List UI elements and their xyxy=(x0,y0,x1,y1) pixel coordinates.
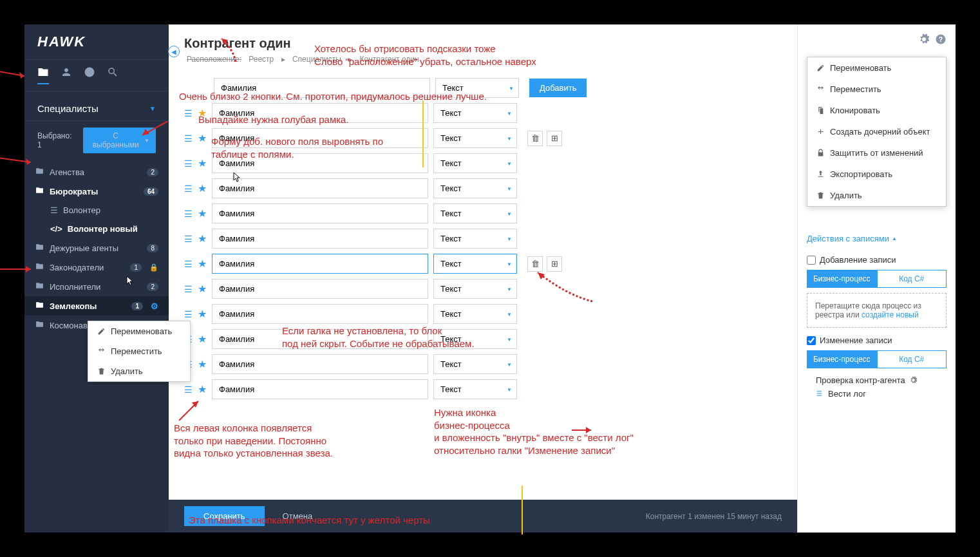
bp-drop-zone[interactable]: Перетащите сюда процесс из реестра или с… xyxy=(807,293,947,328)
field-name-input[interactable] xyxy=(212,203,428,223)
field-name-input[interactable] xyxy=(212,304,428,324)
drag-handle-icon[interactable]: ☰ xyxy=(184,158,193,169)
breadcrumb-item[interactable]: Реестр xyxy=(249,55,274,64)
star-icon[interactable]: ★ xyxy=(198,308,207,320)
tab-business-process-2[interactable]: Бизнес-процесс xyxy=(807,350,877,368)
delete-field-button[interactable]: 🗑 xyxy=(527,131,543,146)
star-icon[interactable]: ★ xyxy=(198,283,207,295)
sidebar-item[interactable]: Дежурные агенты8 xyxy=(24,238,169,258)
drag-handle-icon[interactable]: ☰ xyxy=(184,259,193,269)
settings-menu-item[interactable]: Удалить xyxy=(807,185,946,206)
settings-menu-item[interactable]: Клонировать xyxy=(807,100,946,121)
gear-icon[interactable] xyxy=(918,33,930,47)
field-type-select[interactable]: Текст xyxy=(433,128,517,148)
context-menu-item[interactable]: Переименовать xyxy=(88,321,190,341)
context-menu-item[interactable]: Удалить xyxy=(88,361,190,381)
new-field-type-select[interactable]: Текст xyxy=(435,78,519,98)
field-type-select[interactable]: Текст xyxy=(433,304,517,324)
drag-handle-icon[interactable]: ☰ xyxy=(184,234,193,244)
search-icon[interactable] xyxy=(107,66,118,84)
bp-item-check[interactable]: Проверка контр-агента xyxy=(807,373,947,387)
gear-icon[interactable]: ⚙ xyxy=(151,301,158,311)
record-actions-toggle[interactable]: Действия с записями xyxy=(807,234,947,243)
add-record-checkbox-row[interactable]: Добавление записи xyxy=(807,255,947,265)
field-name-input[interactable] xyxy=(212,329,428,349)
collapse-sidebar-button[interactable]: ◀ xyxy=(168,46,180,57)
field-type-select[interactable]: Текст xyxy=(433,203,517,223)
drag-handle-icon[interactable]: ☰ xyxy=(184,384,193,395)
star-icon[interactable]: ★ xyxy=(198,132,207,144)
settings-menu-item[interactable]: Переместить xyxy=(807,79,946,100)
clock-icon[interactable] xyxy=(84,66,95,84)
drag-handle-icon[interactable]: ☰ xyxy=(184,309,193,319)
tab-business-process[interactable]: Бизнес-процесс xyxy=(807,270,877,288)
sidebar-item[interactable]: Агенства2 xyxy=(24,162,169,182)
field-type-select[interactable]: Текст xyxy=(433,254,517,274)
breadcrumb-item[interactable]: Специалисты xyxy=(292,55,341,64)
field-name-input[interactable] xyxy=(212,354,428,374)
sidebar-item[interactable]: </>Волонтер новый xyxy=(24,220,169,238)
sidebar-item[interactable]: ☰Волонтер xyxy=(24,201,169,220)
cancel-button[interactable]: Отмена xyxy=(272,506,323,526)
folder-icon[interactable] xyxy=(37,66,49,84)
field-name-input[interactable] xyxy=(212,229,428,249)
main: ◀ Контрагент один Расположение: Реестр ▸… xyxy=(169,24,797,533)
context-menu-item[interactable]: Переместить xyxy=(88,341,190,361)
star-icon[interactable]: ★ xyxy=(198,157,207,169)
star-icon[interactable]: ★ xyxy=(198,358,207,370)
sidebar-item[interactable]: Исполнители2 xyxy=(24,277,169,296)
nav-icons xyxy=(24,59,169,91)
drag-handle-icon[interactable]: ☰ xyxy=(184,209,193,219)
delete-field-button[interactable]: 🗑 xyxy=(527,256,543,272)
field-type-select[interactable]: Текст xyxy=(433,153,517,173)
field-name-input[interactable] xyxy=(212,254,428,274)
sidebar-item[interactable]: Бюрократы64 xyxy=(24,182,169,201)
settings-menu-item[interactable]: Защитить от изменений xyxy=(807,142,946,164)
save-button[interactable]: Сохранить xyxy=(184,506,265,526)
settings-menu-item[interactable]: Создать дочерний объект xyxy=(807,121,946,142)
star-icon[interactable]: ★ xyxy=(198,232,207,245)
field-type-select[interactable]: Текст xyxy=(433,279,517,299)
field-type-select[interactable]: Текст xyxy=(433,379,517,399)
field-name-input[interactable] xyxy=(212,153,428,173)
tab-code[interactable]: Код С# xyxy=(877,270,947,288)
sidebar-item[interactable]: Землекопы1⚙ xyxy=(24,296,169,316)
selected-actions-button[interactable]: С выбранными ▼ xyxy=(83,127,156,153)
field-type-select[interactable]: Текст xyxy=(433,229,517,249)
drag-handle-icon[interactable]: ☰ xyxy=(184,108,193,118)
settings-menu-item[interactable]: Экспортировать xyxy=(807,164,946,185)
add-field-button[interactable]: ⊞ xyxy=(547,256,562,272)
user-icon[interactable] xyxy=(61,66,72,84)
help-icon[interactable]: ? xyxy=(935,33,947,47)
field-name-input[interactable] xyxy=(212,103,428,123)
change-record-checkbox[interactable] xyxy=(807,336,816,345)
tab-code-2[interactable]: Код С# xyxy=(877,350,947,368)
add-field-button[interactable]: ⊞ xyxy=(547,131,562,146)
field-name-input[interactable] xyxy=(212,128,428,148)
star-icon[interactable]: ★ xyxy=(198,383,207,395)
sidebar-item[interactable]: Законодатели1🔒 xyxy=(24,258,169,277)
star-icon[interactable]: ★ xyxy=(198,333,207,345)
drag-handle-icon[interactable]: ☰ xyxy=(184,284,193,294)
field-name-input[interactable] xyxy=(212,279,428,299)
field-type-select[interactable]: Текст xyxy=(433,178,517,198)
field-name-input[interactable] xyxy=(212,178,428,198)
settings-menu-item[interactable]: Переименовать xyxy=(807,57,946,79)
create-new-link[interactable]: создайте новый xyxy=(862,310,919,319)
bp-item-log[interactable]: Вести лог xyxy=(807,387,947,401)
star-icon[interactable]: ★ xyxy=(198,182,207,194)
field-type-select[interactable]: Текст xyxy=(433,103,517,123)
section-title[interactable]: Специалисты ▼ xyxy=(24,91,169,120)
new-field-name-input[interactable] xyxy=(214,78,430,98)
star-icon[interactable]: ★ xyxy=(198,258,207,270)
star-icon[interactable]: ★ xyxy=(198,207,207,220)
add-record-checkbox[interactable] xyxy=(807,256,816,265)
drag-handle-icon[interactable]: ☰ xyxy=(184,133,193,144)
field-name-input[interactable] xyxy=(212,379,428,399)
change-record-checkbox-row[interactable]: Изменение записи xyxy=(807,335,947,345)
add-field-button[interactable]: Добавить xyxy=(529,79,587,97)
star-icon[interactable]: ★ xyxy=(198,107,207,119)
field-type-select[interactable]: Текст xyxy=(433,329,517,349)
drag-handle-icon[interactable]: ☰ xyxy=(184,184,193,194)
field-type-select[interactable]: Текст xyxy=(433,354,517,374)
